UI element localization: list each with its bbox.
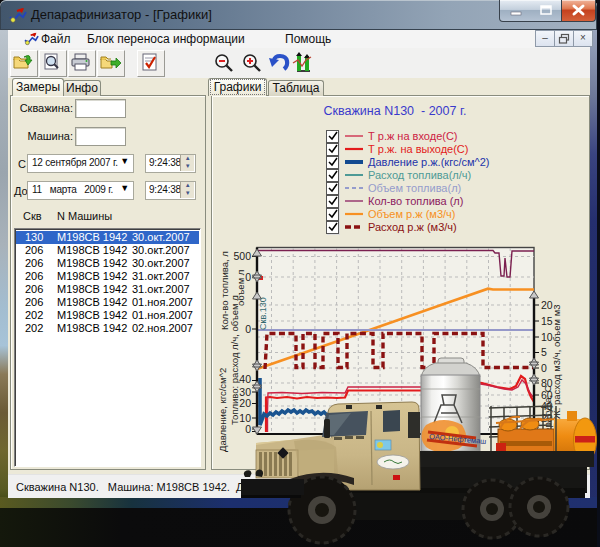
svg-text:0: 0 xyxy=(245,323,251,335)
svg-text:500: 500 xyxy=(233,250,251,262)
svg-text:0: 0 xyxy=(245,271,251,283)
svg-text:Давление, кгс/см^2: Давление, кгс/см^2 xyxy=(217,368,228,452)
svg-text:Скв.130: Скв.130 xyxy=(258,297,268,330)
svg-text:Скважина N130 - 2007 г.: Скважина N130 - 2007 г. xyxy=(324,104,467,118)
